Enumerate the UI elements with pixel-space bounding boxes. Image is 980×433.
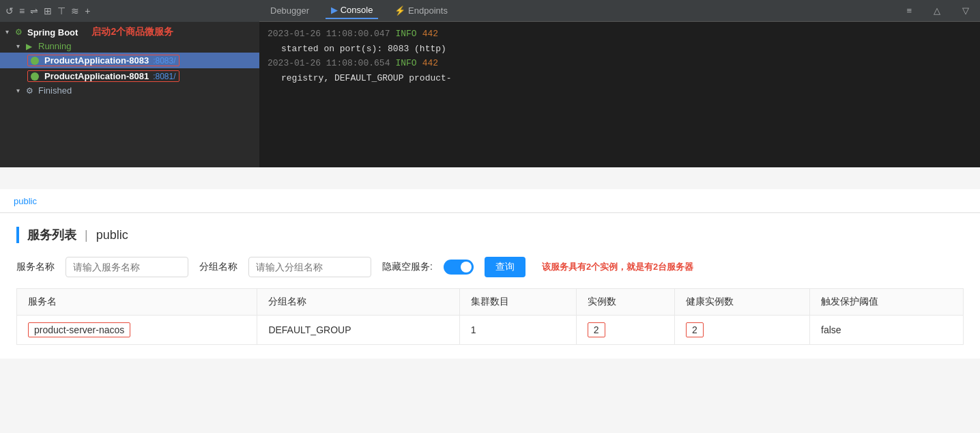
tree-app-8083[interactable]: ProductApplication-8083 :8083/ bbox=[0, 53, 259, 68]
wind-icon[interactable]: ≋ bbox=[71, 5, 79, 16]
console-menu-icon[interactable]: ≡ bbox=[901, 3, 917, 18]
app-8083-label: ProductApplication-8083 bbox=[44, 55, 149, 66]
spacer-1 bbox=[0, 167, 980, 178]
tab-debugger[interactable]: Debugger bbox=[265, 3, 315, 18]
tab-endpoints[interactable]: ⚡ Endpoints bbox=[389, 3, 452, 18]
table-header-row: 服务名 分组名称 集群数目 实例数 健康实例数 触发保护阈值 bbox=[17, 289, 964, 316]
console-line-2: started on port(s): 8083 (http) bbox=[268, 42, 972, 56]
green-dot-8083 bbox=[31, 57, 39, 65]
tab-console[interactable]: ▶ Console bbox=[326, 2, 378, 19]
console-down-icon[interactable]: ▽ bbox=[957, 3, 975, 18]
console-line-4: registry, DEFAULT_GROUP product- bbox=[268, 72, 972, 85]
app-8081-label: ProductApplication-8081 bbox=[44, 71, 149, 81]
tree-finished[interactable]: ▾ ⚙ Finished bbox=[0, 84, 259, 97]
spring-boot-label: Spring Boot bbox=[27, 27, 78, 38]
chevron-down-icon2: ▾ bbox=[16, 42, 25, 51]
col-cluster-count: 集群数目 bbox=[459, 289, 576, 316]
num-1: 442 bbox=[422, 27, 438, 41]
tree-running[interactable]: ▾ ▶ Running bbox=[0, 40, 259, 53]
refresh-icon[interactable]: ↺ bbox=[5, 5, 14, 16]
app-8081-link[interactable]: :8081/ bbox=[153, 72, 175, 81]
running-label: Running bbox=[38, 41, 71, 51]
annotation-text: 该服务具有2个实例，就是有2台服务器 bbox=[542, 261, 693, 273]
hide-empty-label: 隐藏空服务: bbox=[382, 261, 433, 273]
endpoints-tab-label: Endpoints bbox=[408, 5, 448, 16]
query-button[interactable]: 查询 bbox=[485, 257, 525, 277]
cell-group-name: DEFAULT_GROUP bbox=[257, 316, 459, 345]
ide-console: Debugger ▶ Console ⚡ Endpoints ≡ △ ▽ 202… bbox=[259, 0, 980, 167]
ide-toolbar: ↺ ≡ ⇌ ⊞ ⊤ ≋ + bbox=[0, 0, 259, 22]
chevron-down-icon: ▾ bbox=[5, 28, 14, 36]
main-content: 服务列表 | public 服务名称 分组名称 隐藏空服务: 查询 该服务具有2… bbox=[0, 213, 980, 359]
align-icon[interactable]: ≡ bbox=[19, 5, 25, 16]
spring-boot-icon: ⚙ bbox=[15, 27, 25, 37]
num-2: 442 bbox=[422, 57, 438, 70]
plus-icon[interactable]: + bbox=[85, 5, 90, 16]
group-name-label: 分组名称 bbox=[199, 261, 237, 273]
cell-healthy-count: 2 bbox=[674, 316, 809, 345]
cell-service-name[interactable]: product-server-nacos bbox=[17, 316, 257, 345]
col-healthy-count: 健康实例数 bbox=[674, 289, 809, 316]
hide-empty-toggle[interactable] bbox=[444, 260, 474, 275]
console-tab-label: Console bbox=[341, 5, 373, 15]
console-line-1: 2023-01-26 11:08:00.047 INFO 442 bbox=[268, 27, 972, 41]
page-title-row: 服务列表 | public bbox=[16, 227, 964, 243]
app-8081-box: ProductApplication-8081 :8081/ bbox=[27, 70, 179, 82]
page-title: 服务列表 bbox=[27, 227, 76, 243]
console-toolbar: Debugger ▶ Console ⚡ Endpoints ≡ △ ▽ bbox=[259, 0, 980, 22]
app-8083-link[interactable]: :8083/ bbox=[153, 56, 175, 66]
healthy-count-box: 2 bbox=[686, 322, 704, 337]
service-name-label: 服务名称 bbox=[16, 261, 55, 273]
align2-icon[interactable]: ⇌ bbox=[30, 5, 38, 16]
col-group-name: 分组名称 bbox=[257, 289, 459, 316]
filter-row: 服务名称 分组名称 隐藏空服务: 查询 该服务具有2个实例，就是有2台服务器 bbox=[16, 257, 964, 277]
finished-icon: ⚙ bbox=[26, 86, 35, 96]
cell-threshold: false bbox=[810, 316, 964, 345]
breadcrumb-public[interactable]: public bbox=[14, 196, 37, 206]
grid-icon[interactable]: ⊞ bbox=[44, 5, 52, 16]
console-text-2: registry, DEFAULT_GROUP product- bbox=[268, 72, 452, 85]
app-8083-box: ProductApplication-8083 :8083/ bbox=[27, 55, 179, 66]
console-tab-icon: ▶ bbox=[331, 5, 338, 15]
debugger-tab-label: Debugger bbox=[270, 5, 309, 16]
chevron-right-icon: ▾ bbox=[16, 87, 25, 95]
ide-panel: ↺ ≡ ⇌ ⊞ ⊤ ≋ + ▾ ⚙ Spring Boot 启动2个商品微服务 … bbox=[0, 0, 980, 167]
green-dot-8081 bbox=[31, 72, 39, 81]
page-subtitle: public bbox=[96, 228, 128, 242]
service-table: 服务名 分组名称 集群数目 实例数 健康实例数 触发保护阈值 product-s… bbox=[16, 288, 964, 345]
title-separator: | bbox=[85, 228, 88, 242]
timestamp-1: 2023-01-26 11:08:00.047 bbox=[268, 27, 390, 41]
service-name-box[interactable]: product-server-nacos bbox=[28, 322, 130, 337]
breadcrumb-bar: public bbox=[0, 189, 980, 213]
table-header: 服务名 分组名称 集群数目 实例数 健康实例数 触发保护阈值 bbox=[17, 289, 964, 316]
instance-count-box: 2 bbox=[588, 322, 605, 337]
info-1: INFO bbox=[395, 27, 416, 41]
group-name-input[interactable] bbox=[248, 257, 371, 277]
console-line-3: 2023-01-26 11:08:00.654 INFO 442 bbox=[268, 57, 972, 70]
toggle-knob bbox=[461, 262, 472, 273]
console-text-1: started on port(s): 8083 (http) bbox=[268, 42, 446, 56]
col-instance-count: 实例数 bbox=[576, 289, 674, 316]
table-body: product-server-nacos DEFAULT_GROUP 1 2 2… bbox=[17, 316, 964, 345]
service-name-input[interactable] bbox=[66, 257, 188, 277]
ide-tree: ▾ ⚙ Spring Boot 启动2个商品微服务 ▾ ▶ Running Pr… bbox=[0, 22, 259, 167]
annotation-label: 启动2个商品微服务 bbox=[91, 26, 173, 38]
timestamp-2: 2023-01-26 11:08:00.654 bbox=[268, 57, 390, 70]
endpoints-tab-icon: ⚡ bbox=[394, 5, 405, 16]
col-service-name: 服务名 bbox=[17, 289, 257, 316]
col-threshold: 触发保护阈值 bbox=[810, 289, 964, 316]
tree-spring-boot[interactable]: ▾ ⚙ Spring Boot 启动2个商品微服务 bbox=[0, 25, 259, 40]
table-row: product-server-nacos DEFAULT_GROUP 1 2 2… bbox=[17, 316, 964, 345]
console-output: 2023-01-26 11:08:00.047 INFO 442 started… bbox=[259, 22, 980, 167]
running-icon: ▶ bbox=[26, 42, 35, 51]
cell-instance-count: 2 bbox=[576, 316, 674, 345]
info-2: INFO bbox=[395, 57, 416, 70]
tree-app-8081[interactable]: ProductApplication-8081 :8081/ bbox=[0, 68, 259, 84]
finished-label: Finished bbox=[38, 85, 72, 96]
console-up-icon[interactable]: △ bbox=[928, 3, 946, 18]
ide-left-panel: ↺ ≡ ⇌ ⊞ ⊤ ≋ + ▾ ⚙ Spring Boot 启动2个商品微服务 … bbox=[0, 0, 259, 167]
cell-cluster-count: 1 bbox=[459, 316, 576, 345]
filter-icon[interactable]: ⊤ bbox=[57, 5, 66, 16]
